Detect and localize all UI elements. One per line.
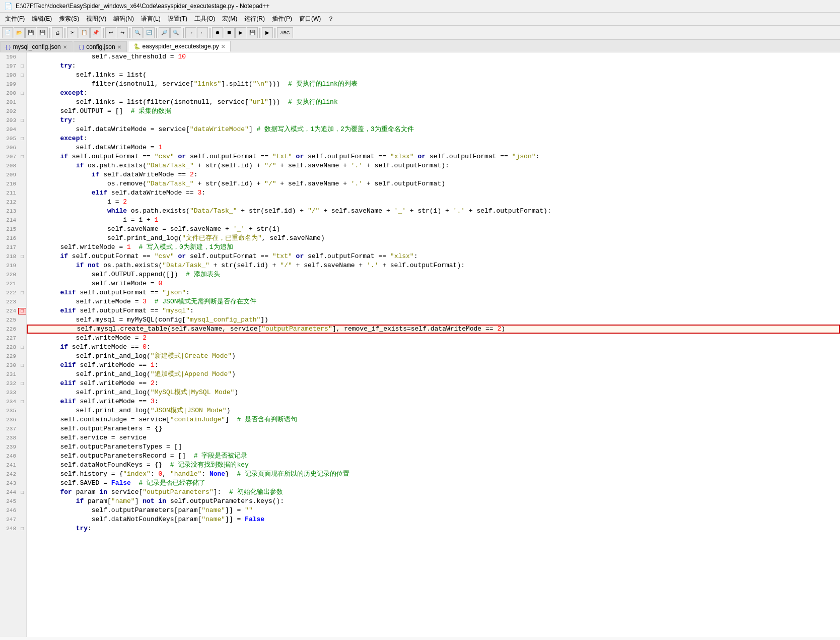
code-line[interactable]: os.remove("Data/Task_" + str(self.id) + … [27, 179, 840, 188]
code-line[interactable]: for param in service["outputParameters"]… [27, 488, 840, 497]
code-line[interactable]: elif self.outputFormat == "json": [27, 288, 840, 297]
code-line[interactable]: self.containJudge = service["containJudg… [27, 415, 840, 424]
code-line[interactable]: self.print_and_log("MySQL模式|MySQL Mode") [27, 388, 840, 397]
code-line[interactable]: self.print_and_log("JSON模式|JSON Mode") [27, 406, 840, 415]
tab-easyspider[interactable]: 🐍 easyspider_executestage.py ✕ [128, 41, 231, 52]
code-line[interactable]: self.writeMode = 3 # JSON模式无需判断是否存在文件 [27, 297, 840, 306]
toolbar-cut[interactable]: ✂ [67, 27, 78, 38]
code-line[interactable]: filter(isnotnull, service["links"].split… [27, 80, 840, 89]
toolbar-unindent[interactable]: ← [197, 27, 208, 38]
menu-settings[interactable]: 设置(T) [165, 14, 190, 24]
tab-config[interactable]: { } config.json ✕ [74, 41, 127, 52]
code-line[interactable]: self.outputParameters[param["name"]] = "… [27, 506, 840, 515]
line-fold[interactable]: □ [18, 526, 26, 532]
toolbar-saveall[interactable]: 💾 [37, 27, 48, 38]
code-line[interactable]: if self.writeMode == 0: [27, 343, 840, 352]
code-line[interactable]: self.writeMode = 2 [27, 334, 840, 343]
code-line[interactable]: self.outputParameters = {} [27, 424, 840, 433]
code-line[interactable]: self.mysql = myMySQL(config["mysql_confi… [27, 315, 840, 325]
code-line[interactable]: while os.path.exists("Data/Task_" + str(… [27, 207, 840, 216]
menu-plugins[interactable]: 插件(P) [269, 14, 295, 24]
line-fold[interactable]: □ [18, 308, 26, 314]
menu-macro[interactable]: 宏(M) [219, 14, 240, 24]
menu-encode[interactable]: 编码(N) [110, 14, 137, 24]
toolbar-save[interactable]: 💾 [25, 27, 36, 38]
menu-help[interactable]: ？ [325, 14, 337, 24]
menu-file[interactable]: 文件(F) [2, 14, 28, 24]
toolbar-indent[interactable]: → [185, 27, 196, 38]
code-line[interactable]: self.SAVED = False # 记录是否已经存储了 [27, 479, 840, 488]
line-fold[interactable]: □ [18, 290, 26, 296]
line-fold[interactable]: □ [18, 254, 26, 260]
toolbar-macro-save[interactable]: 💾 [247, 27, 258, 38]
code-line[interactable]: self.writeMode = 1 # 写入模式，0为新建，1为追加 [27, 243, 840, 252]
code-line[interactable]: try: [27, 61, 840, 71]
code-line[interactable]: self.dataWriteMode = service["dataWriteM… [27, 125, 840, 134]
toolbar-new[interactable]: 📄 [2, 27, 13, 38]
code-line[interactable]: self.links = list(filter(isnotnull, serv… [27, 98, 840, 107]
tab-mysql-config[interactable]: { } mysql_config.json ✕ [0, 41, 73, 52]
toolbar-replace[interactable]: 🔄 [144, 27, 155, 38]
code-line[interactable]: elif self.dataWriteMode == 3: [27, 188, 840, 198]
toolbar-macro-play[interactable]: ▶ [235, 27, 246, 38]
code-line[interactable]: if param["name"] not in self.outputParam… [27, 497, 840, 506]
code-line[interactable]: elif self.outputFormat == "mysql": [27, 306, 840, 315]
code-line[interactable]: if self.outputFormat == "csv" or self.ou… [27, 252, 840, 261]
code-line[interactable]: except: [27, 134, 840, 143]
code-line[interactable]: if not os.path.exists("Data/Task_" + str… [27, 261, 840, 270]
toolbar-run[interactable]: ▶ [262, 27, 273, 38]
code-line[interactable]: self.dataNotFoundKeys[param["name"]] = F… [27, 515, 840, 524]
code-line[interactable]: self.print_and_log("追加模式|Append Mode") [27, 370, 840, 379]
tab-close-config[interactable]: ✕ [117, 44, 121, 50]
code-line[interactable]: self.mysql.create_table(self.saveName, s… [27, 325, 840, 334]
code-line[interactable]: self.outputParametersTypes = [] [27, 442, 840, 452]
code-line[interactable]: self.writeMode = 0 [27, 279, 840, 288]
line-fold[interactable]: □ [18, 154, 26, 160]
toolbar-macro-rec[interactable]: ⏺ [212, 27, 223, 38]
code-line[interactable]: self.saveName = self.saveName + '_' + st… [27, 225, 840, 234]
toolbar-zoom-out[interactable]: 🔍 [170, 27, 181, 38]
menu-view[interactable]: 视图(V) [83, 14, 109, 24]
code-line[interactable]: self.history = {"index": 0, "handle": No… [27, 470, 840, 479]
toolbar-macro-stop[interactable]: ⏹ [224, 27, 235, 38]
tab-close-easyspider[interactable]: ✕ [221, 44, 225, 49]
code-line[interactable]: except: [27, 89, 840, 98]
code-line[interactable]: self.OUTPUT = [] # 采集的数据 [27, 107, 840, 116]
code-line[interactable]: self.dataWriteMode = 1 [27, 143, 840, 152]
menu-tools[interactable]: 工具(O) [191, 14, 218, 24]
code-line[interactable]: self.save_threshold = 10 [27, 52, 840, 61]
tab-close-mysql[interactable]: ✕ [63, 44, 67, 50]
toolbar-open[interactable]: 📂 [14, 27, 25, 38]
line-fold[interactable]: □ [18, 381, 26, 387]
line-fold[interactable]: □ [18, 118, 26, 123]
line-fold[interactable]: □ [18, 399, 26, 405]
code-content[interactable]: self.save_threshold = 10 try: self.links… [27, 52, 840, 637]
toolbar-undo[interactable]: ↩ [105, 27, 116, 38]
line-fold[interactable]: □ [18, 63, 26, 69]
line-fold[interactable]: □ [18, 73, 26, 78]
code-line[interactable]: i = i + 1 [27, 216, 840, 225]
toolbar-redo[interactable]: ↪ [117, 27, 128, 38]
code-line[interactable]: self.print_and_log("新建模式|Create Mode") [27, 352, 840, 361]
code-line[interactable]: elif self.writeMode == 1: [27, 361, 840, 370]
code-line[interactable]: if self.dataWriteMode == 2: [27, 170, 840, 179]
code-line[interactable]: try: [27, 524, 840, 533]
menu-run[interactable]: 运行(R) [241, 14, 268, 24]
toolbar-paste[interactable]: 📌 [90, 27, 101, 38]
line-fold[interactable]: □ [18, 490, 26, 495]
code-line[interactable]: self.print_and_log("文件已存在，已重命名为", self.s… [27, 234, 840, 243]
toolbar-copy[interactable]: 📋 [79, 27, 90, 38]
code-line[interactable]: if os.path.exists("Data/Task_" + str(sel… [27, 161, 840, 170]
code-line[interactable]: self.dataNotFoundKeys = {} # 记录没有找到数据的ke… [27, 461, 840, 470]
toolbar-find[interactable]: 🔍 [132, 27, 143, 38]
code-line[interactable]: if self.outputFormat == "csv" or self.ou… [27, 152, 840, 161]
line-fold[interactable]: □ [18, 345, 26, 350]
menu-search[interactable]: 搜索(S) [56, 14, 82, 24]
line-fold[interactable]: □ [18, 363, 26, 368]
code-line[interactable]: self.links = list( [27, 71, 840, 80]
code-line[interactable]: self.OUTPUT.append([]) # 添加表头 [27, 270, 840, 279]
line-fold[interactable]: □ [18, 136, 26, 142]
code-line[interactable]: self.service = service [27, 433, 840, 442]
toolbar-print[interactable]: 🖨 [52, 27, 63, 38]
code-line[interactable]: self.outputParametersRecord = [] # 字段是否被… [27, 452, 840, 461]
